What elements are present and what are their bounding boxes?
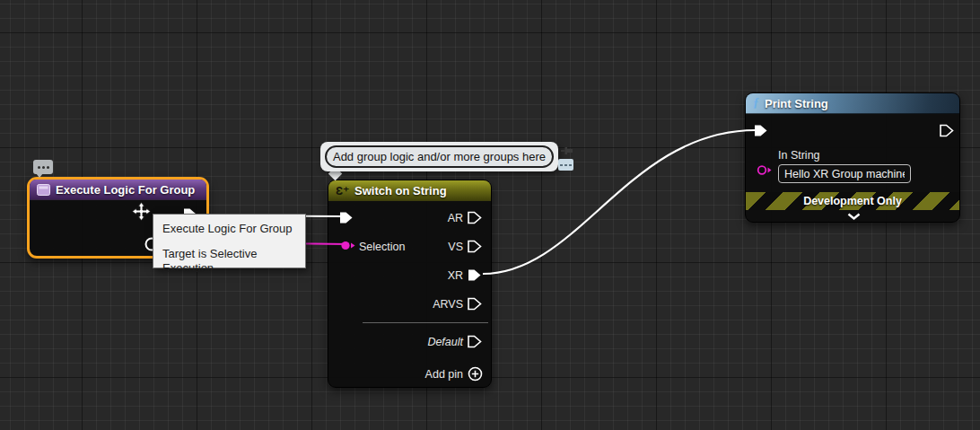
comment-bubble-text[interactable]: Add group logic and/or more groups here bbox=[325, 145, 554, 168]
add-pin-label: Add pin bbox=[425, 368, 463, 381]
in-string-pin[interactable] bbox=[757, 164, 773, 176]
exec-input-pin[interactable] bbox=[754, 124, 768, 137]
tooltip-title: Execute Logic For Group bbox=[162, 222, 305, 236]
pin-divider bbox=[363, 322, 488, 323]
output-pin-xr[interactable] bbox=[468, 268, 482, 282]
print-node-header[interactable]: ƒ Print String bbox=[746, 93, 959, 114]
exec-output-pin[interactable] bbox=[940, 124, 954, 137]
comment-toggle-icon[interactable] bbox=[558, 159, 573, 171]
node-comment-icon[interactable] bbox=[33, 160, 53, 174]
print-node-title: Print String bbox=[765, 97, 828, 110]
switch-node-title: Switch on String bbox=[354, 184, 447, 197]
output-pin-default[interactable] bbox=[468, 335, 482, 348]
execute-node-header[interactable]: Execute Logic For Group bbox=[30, 180, 206, 200]
switch-node-header[interactable]: Ɛ⁺ Switch on String bbox=[328, 180, 491, 201]
comment-bubble[interactable]: Add group logic and/or more groups here bbox=[320, 142, 558, 171]
node-tooltip: Execute Logic For Group Target is Select… bbox=[153, 214, 306, 268]
selection-pin-label: Selection bbox=[359, 241, 405, 253]
exec-input-pin[interactable] bbox=[339, 211, 354, 224]
macro-icon bbox=[37, 184, 50, 196]
add-pin-button[interactable] bbox=[468, 366, 483, 382]
output-pin-label-ar: AR bbox=[448, 212, 463, 224]
in-string-field[interactable] bbox=[778, 164, 911, 183]
switch-on-string-node[interactable]: Ɛ⁺ Switch on String Selection AR VS XR bbox=[328, 180, 492, 388]
execute-node-title: Execute Logic For Group bbox=[56, 183, 195, 197]
function-icon: ƒ bbox=[753, 96, 759, 110]
development-only-label: Development Only bbox=[803, 195, 902, 207]
selection-string-pin[interactable] bbox=[340, 240, 356, 251]
switch-icon: Ɛ⁺ bbox=[336, 184, 349, 197]
chevron-down-icon[interactable] bbox=[847, 213, 861, 221]
pin-icon[interactable] bbox=[560, 145, 574, 158]
tooltip-target: Target is Selective Execution bbox=[162, 247, 305, 276]
output-pin-label-vs: VS bbox=[448, 241, 463, 253]
blueprint-canvas[interactable]: Execute Logic For Group Execute Logic Fo… bbox=[0, 0, 980, 430]
output-pin-label-arvs: ARVS bbox=[433, 298, 463, 311]
default-pin-label: Default bbox=[427, 336, 463, 348]
output-pin-vs[interactable] bbox=[468, 240, 482, 253]
output-pin-arvs[interactable] bbox=[468, 297, 482, 311]
output-pin-label-xr: XR bbox=[448, 269, 463, 282]
move-cursor-icon bbox=[131, 201, 152, 222]
in-string-pin-label: In String bbox=[778, 149, 820, 162]
print-string-node[interactable]: ƒ Print String In String Development Onl… bbox=[745, 92, 960, 223]
output-pin-ar[interactable] bbox=[468, 211, 482, 224]
development-only-band: Development Only bbox=[746, 192, 959, 210]
